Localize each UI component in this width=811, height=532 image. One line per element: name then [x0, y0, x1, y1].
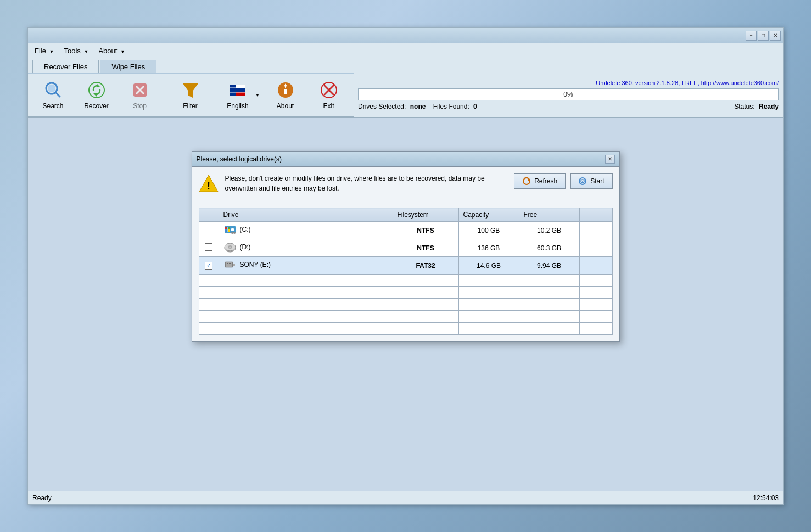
col-header-checkbox: [199, 208, 219, 222]
drive-d-icon-group: (D:): [223, 242, 251, 253]
stop-icon: [130, 80, 150, 100]
menu-bar: File ▼ Tools ▼ About ▼: [28, 43, 783, 58]
checkbox-c[interactable]: [199, 222, 219, 239]
progress-text: 0%: [563, 91, 573, 98]
tab-bar: Recover Files Wipe Files: [28, 58, 783, 73]
maximize-button[interactable]: □: [758, 31, 769, 41]
recover-icon: [87, 80, 107, 100]
svg-rect-44: [227, 263, 228, 264]
empty-row-3: [199, 299, 612, 311]
drive-c-capacity: 100 GB: [458, 222, 519, 239]
col-header-drive: Drive: [219, 208, 393, 222]
search-button[interactable]: Search: [32, 75, 74, 115]
status-bar-text: Ready: [32, 494, 52, 502]
progress-bar: 0%: [358, 88, 779, 100]
status-bar: Ready 12:54:03: [28, 491, 783, 504]
about-button[interactable]: i About: [265, 75, 306, 115]
english-button[interactable]: English ▼: [213, 75, 262, 115]
refresh-button[interactable]: Refresh: [514, 173, 566, 189]
exit-button[interactable]: Exit: [308, 75, 349, 115]
tab-recover-files[interactable]: Recover Files: [32, 60, 99, 73]
tools-menu[interactable]: Tools ▼: [60, 45, 93, 57]
empty-row-5: [199, 323, 612, 335]
drive-c-extra: [579, 222, 612, 239]
svg-rect-35: [225, 229, 227, 232]
col-header-capacity: Capacity: [458, 208, 519, 222]
drives-selected-line: Drives Selected: none Files Found: 0: [358, 103, 477, 110]
about-menu-arrow: ▼: [120, 49, 125, 54]
about-icon-toolbar: i: [276, 80, 295, 100]
recover-button[interactable]: Recover: [76, 75, 117, 115]
tools-menu-arrow: ▼: [83, 49, 88, 54]
app-window: − □ ✕ File ▼ Tools ▼ About ▼ Recover Fil…: [27, 27, 784, 505]
usb-drive-icon: [223, 259, 237, 270]
col-header-filesystem: Filesystem: [393, 208, 458, 222]
empty-row-2: [199, 287, 612, 299]
col-header-free: Free: [519, 208, 579, 222]
drive-e-label: SONY (E:): [219, 257, 393, 275]
tab-wipe-files[interactable]: Wipe Files: [100, 60, 156, 73]
stop-button[interactable]: Stop: [119, 75, 160, 115]
svg-rect-33: [225, 227, 227, 229]
filter-button[interactable]: Filter: [170, 75, 211, 115]
svg-marker-4: [97, 83, 100, 87]
drive-c-checkbox[interactable]: [205, 226, 212, 233]
svg-point-1: [48, 85, 55, 92]
dialog-title: Please, select logical drive(s): [197, 155, 282, 163]
start-button[interactable]: Start: [570, 173, 612, 189]
search-icon: [43, 80, 63, 100]
warning-text: Please, don't create or modify files on …: [225, 173, 508, 193]
english-dropdown-arrow: ▼: [255, 92, 260, 97]
windows-drive-icon: [223, 224, 237, 235]
svg-rect-43: [233, 264, 235, 266]
svg-line-2: [55, 92, 60, 97]
start-icon: [578, 177, 587, 186]
filter-icon: [181, 80, 200, 100]
warning-row: ! Please, don't create or modify files o…: [199, 173, 508, 193]
checkbox-e[interactable]: [199, 257, 219, 275]
dialog-buttons: Refresh Start: [514, 173, 612, 189]
drive-d-free: 60.3 GB: [519, 239, 579, 257]
app-title-link[interactable]: Undelete 360, version 2.1.8.28, FREE, ht…: [358, 80, 779, 86]
empty-row-4: [199, 311, 612, 323]
drive-c-icon-group: (C:): [223, 224, 251, 235]
drive-e-extra: [579, 257, 612, 275]
drive-e-capacity: 14.6 GB: [458, 257, 519, 275]
drive-e-fs: FAT32: [393, 257, 458, 275]
svg-point-31: [231, 232, 233, 234]
drive-d-label: (D:): [219, 239, 393, 257]
svg-rect-45: [229, 263, 231, 264]
drive-e-checkbox[interactable]: [205, 262, 212, 270]
checkbox-d[interactable]: [199, 239, 219, 257]
svg-rect-13: [230, 85, 236, 96]
status-bar-time: 12:54:03: [753, 494, 779, 502]
dialog-overlay: Please, select logical drive(s) ✕ !: [28, 118, 783, 491]
drive-d-extra: [579, 239, 612, 257]
drive-row-d: (D:) NTFS 136 GB 60.3 GB: [199, 239, 612, 257]
svg-rect-36: [228, 229, 230, 232]
refresh-icon: [522, 177, 531, 186]
drive-table: Drive Filesystem Capacity Free: [199, 208, 613, 335]
drive-e-free: 9.94 GB: [519, 257, 579, 275]
title-bar: − □ ✕: [28, 28, 783, 43]
status-area: Undelete 360, version 2.1.8.28, FREE, ht…: [354, 73, 783, 117]
drive-row-e: SONY (E:) FAT32 14.6 GB 9.94 GB: [199, 257, 612, 275]
drive-d-fs: NTFS: [393, 239, 458, 257]
main-content: Please, select logical drive(s) ✕ !: [28, 118, 783, 491]
english-icon: [228, 80, 248, 100]
svg-point-40: [229, 247, 231, 248]
warning-icon: !: [199, 173, 219, 193]
minimize-button[interactable]: −: [746, 31, 757, 41]
svg-rect-34: [228, 227, 230, 229]
drive-d-checkbox[interactable]: [205, 243, 212, 251]
dialog-close-button[interactable]: ✕: [605, 155, 615, 164]
col-header-extra: [579, 208, 612, 222]
toolbar: Search Recover S: [28, 73, 354, 117]
file-menu[interactable]: File ▼: [30, 45, 59, 57]
svg-point-27: [582, 181, 583, 182]
drive-c-free: 10.2 GB: [519, 222, 579, 239]
about-menu[interactable]: About ▼: [94, 45, 130, 57]
close-button[interactable]: ✕: [770, 31, 781, 41]
drive-select-dialog: Please, select logical drive(s) ✕ !: [192, 151, 620, 342]
drive-d-capacity: 136 GB: [458, 239, 519, 257]
